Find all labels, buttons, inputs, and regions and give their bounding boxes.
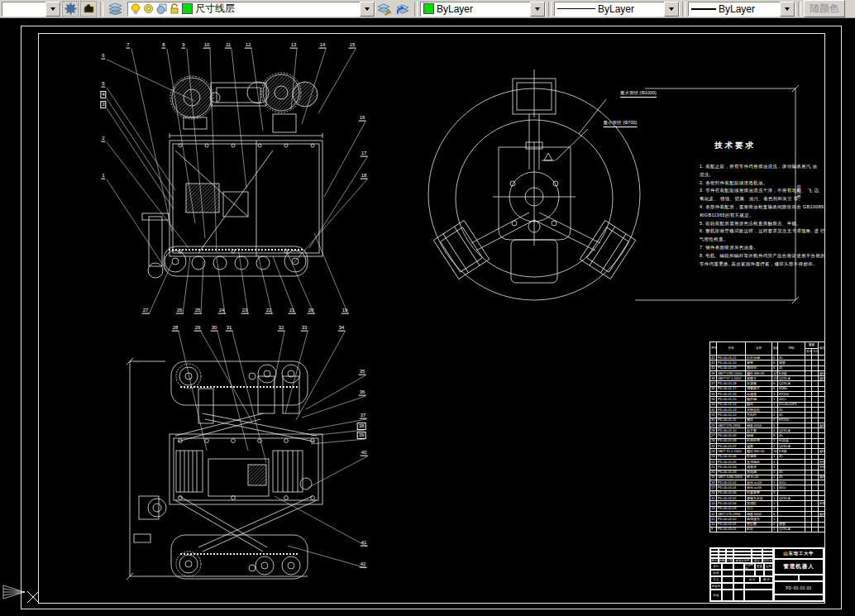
layer-color-swatch	[182, 3, 193, 14]
max-pipe-diameter-label: 最大管径 (Φ1000)	[620, 90, 657, 98]
tech-requirement-line: 7. 钢件表面喷涂灰色油漆。	[700, 244, 825, 252]
bom-header-name: 名称	[746, 342, 772, 356]
callout-number: 27	[142, 308, 150, 314]
tech-requirement-line: 3. 零件在装配前须用煤油清洗干净，不得有毛刺、 飞 边、氧化皮、 锈蚀、切屑、…	[700, 187, 825, 203]
tech-requirement-line: 5. 齿轮装配后需用涂色法检查接触斑点、平稳。	[700, 220, 825, 228]
tb-drawing-number: PD-00.00.00	[774, 581, 824, 595]
title-block-name-area: 山东理工大学 管道机器人 PD-00.00.00	[773, 548, 824, 601]
callout-number: 23	[241, 308, 249, 314]
top-view-drawing	[127, 358, 322, 580]
parts-list-table: 42PD-00.01.21行走轮轴64541PD-00.01.20履带6橡胶40…	[709, 341, 825, 532]
callout-number: 39	[357, 432, 366, 439]
toolbar-separator	[548, 2, 552, 17]
callout-number: 19	[342, 308, 349, 314]
callout-number: 35	[359, 369, 366, 375]
tech-requirement-line: 4. 各部件装配后，需用柴油检查轴承间隙应符合 GB10089和GB11365的…	[700, 203, 825, 220]
callout-number: 42	[360, 561, 367, 568]
callout-number: 28	[172, 325, 179, 332]
callout-number: 1	[101, 173, 105, 179]
color-value: ByLayer	[437, 3, 473, 15]
plot-style-button[interactable]: 随颜色	[804, 0, 845, 17]
callout-number: 4	[100, 91, 106, 98]
layer-unlock-icon	[170, 3, 179, 14]
callout-number: 9	[181, 42, 185, 49]
callout-number: 30	[211, 325, 218, 332]
view-combo-arrow[interactable]	[45, 2, 60, 17]
side-view-drawing	[142, 73, 322, 278]
tb-label-check: 校核	[710, 570, 722, 576]
technical-requirements-body: 1. 装配之前，所有零件均用煤油清洗，滚动轴承用汽 油 清洗。2. 各密封件装配…	[700, 163, 825, 268]
color-combo[interactable]: ByLayer	[420, 2, 546, 17]
toolbar-separator	[798, 2, 801, 17]
tech-requirement-line: 8. 电机、蜗轮和蜗杆等外购件均按产品合格证使用不合格的 零件均需更换, 其余紧…	[700, 252, 825, 269]
tb-label-weight: 重量	[755, 563, 764, 570]
callout-number: 24	[218, 308, 226, 314]
layer-combo[interactable]: 尺寸线层	[127, 2, 375, 17]
bom-header-seq: 序号	[710, 342, 717, 356]
linetype-value: ByLayer	[598, 3, 634, 15]
callout-number: 3	[100, 101, 106, 108]
lineweight-sample	[691, 8, 716, 10]
lineweight-combo[interactable]: ByLayer	[688, 2, 795, 17]
drawing-canvas[interactable]: Φ1000	[0, 18, 855, 616]
technical-requirements: 技术要求 1. 装配之前，所有零件均用煤油清洗，滚动轴承用汽 油 清洗。2. 各…	[700, 141, 825, 268]
callout-number: 8	[161, 42, 165, 49]
callout-number: 41	[361, 540, 368, 547]
toolbar-separator	[414, 2, 418, 17]
callout-number: 2	[101, 136, 105, 142]
layer-combo-arrow[interactable]	[360, 2, 375, 17]
tb-label-scale: 比例	[764, 563, 773, 570]
layer-properties-button[interactable]	[62, 1, 79, 17]
callout-number: 33	[301, 325, 308, 332]
bom-header-total-weight: 总计	[812, 349, 819, 356]
bom-header-unit-weight: 单件	[805, 349, 812, 356]
tech-requirement-line: 1. 装配之前，所有零件均用煤油清洗，滚动轴承用汽 油 清洗。	[700, 163, 825, 179]
tb-label-approve: 批准	[710, 590, 722, 601]
view-combo[interactable]	[2, 2, 61, 17]
bom-header-note: 备注	[819, 342, 825, 356]
callout-number: 31	[226, 325, 233, 332]
linetype-combo-arrow[interactable]	[664, 2, 679, 17]
lineweight-combo-arrow[interactable]	[780, 2, 795, 17]
make-object-layer-current-button[interactable]	[80, 1, 97, 17]
callout-number: 21	[289, 308, 296, 314]
callout-number: 38	[357, 423, 366, 430]
tb-label-sheet: 第 张	[760, 576, 773, 583]
callout-number: 16	[359, 115, 366, 122]
callout-number: 13	[290, 42, 298, 49]
make-layer-current-icon[interactable]	[375, 1, 394, 17]
layers-manager-icon[interactable]	[106, 1, 124, 17]
crosshair-cursor	[27, 591, 39, 603]
layer-previous-icon[interactable]	[394, 1, 412, 17]
linetype-combo[interactable]: ByLayer	[554, 2, 680, 17]
bom-header-qty: 数量	[772, 342, 778, 356]
color-combo-arrow[interactable]	[530, 2, 545, 17]
toolbar-separator	[100, 2, 103, 17]
layer-on-bulb-icon	[131, 3, 141, 15]
callout-number: 15	[349, 42, 356, 49]
tb-label-sheets: 共 张	[744, 576, 760, 583]
toolbar-separator	[682, 2, 685, 17]
title-block: 标记 处数 分区 更改文件号 签名 年月日 设计 阶段标记 重量 比例 校核 工…	[709, 547, 824, 602]
parts-list-row: 9PD-00.00.01机架1Q235-A	[710, 527, 825, 532]
callout-number: 7	[126, 42, 130, 49]
bom-header-code: 代号	[717, 342, 746, 356]
callout-number: 32	[278, 325, 285, 332]
tech-requirement-line: 6. 整机应做空载试验运转，运转要求灵活无卡滞现象, 进 行气密性检查。	[700, 227, 825, 244]
gear-icon	[64, 2, 77, 15]
tb-school-name: 山东理工大学	[774, 548, 824, 559]
callout-number: 40	[361, 450, 368, 456]
callout-number: 14	[319, 42, 327, 49]
layer-name: 尺寸线层	[195, 2, 235, 16]
tb-label-process: 工艺	[710, 576, 722, 583]
tb-label-design: 设计	[710, 563, 722, 570]
callout-number: 26	[176, 308, 184, 314]
polygon-icon	[83, 2, 95, 15]
min-pipe-diameter-label: 最小管径 (Φ700)	[604, 120, 638, 127]
callout-number: 11	[225, 42, 232, 49]
tb-label-standard: 标准化	[710, 583, 722, 590]
callout-number: 37	[360, 413, 367, 419]
technical-requirements-title: 技术要求	[714, 141, 825, 151]
callout-number: 5	[101, 81, 105, 88]
callout-number: 12	[245, 42, 252, 49]
